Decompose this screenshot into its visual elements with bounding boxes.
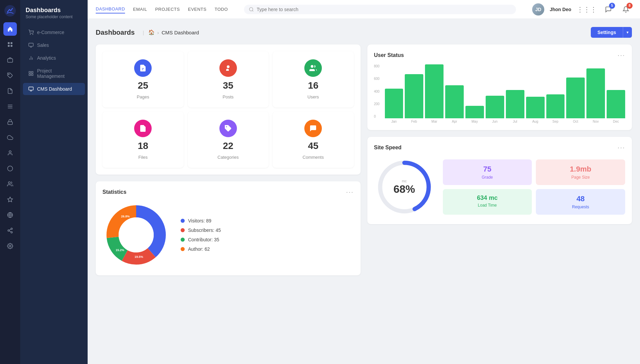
x-label-may: May xyxy=(465,120,484,123)
svg-point-18 xyxy=(8,230,9,232)
svg-rect-25 xyxy=(29,43,33,46)
x-label-jul: Jul xyxy=(506,120,524,123)
sidebar-icon-circle[interactable] xyxy=(3,162,17,175)
site-speed-more-button[interactable]: ··· xyxy=(617,144,625,151)
categories-icon xyxy=(219,120,237,137)
breadcrumb: Dashboards | 🏠 › CMS Dashboard xyxy=(96,29,199,36)
site-speed-content: mc 68% 75 Grade 1.9mb Page Size xyxy=(374,157,626,217)
sidebar-icon-grid[interactable] xyxy=(3,38,17,51)
load-time-value: 634 mc xyxy=(477,194,497,202)
donut-section: 38.5% 26.8% 15.2% 19.5% Visitors: 89 xyxy=(102,201,354,269)
search-box[interactable] xyxy=(244,5,516,14)
svg-line-21 xyxy=(9,229,11,230)
sidebar-icon-users[interactable] xyxy=(3,177,17,191)
svg-point-43 xyxy=(311,65,313,68)
site-speed-title: Site Speed xyxy=(374,145,402,151)
main-area: DASHBOARD EMAIL PROJECTS EVENTS TODO JD … xyxy=(88,0,640,364)
notif-badge: 8 xyxy=(627,3,633,9)
user-status-more-button[interactable]: ··· xyxy=(617,51,625,59)
sidebar-icon-settings-bottom[interactable] xyxy=(3,239,17,253)
bar-col-feb xyxy=(405,74,423,118)
donut-svg: 38.5% 26.8% 15.2% 19.5% xyxy=(102,201,170,269)
sidebar-icon-list[interactable] xyxy=(3,100,17,113)
svg-rect-10 xyxy=(8,122,12,124)
sidebar-icon-file[interactable] xyxy=(3,84,17,98)
y-label-0: 0 xyxy=(374,115,380,118)
donut-label-orange-text: 26.8% xyxy=(121,215,130,218)
sidebar-icon-globe[interactable] xyxy=(3,208,17,222)
legend-dot-contributor xyxy=(181,238,185,242)
legend-label-contributor: Contributor: 35 xyxy=(188,237,219,242)
monitor-icon xyxy=(28,42,34,48)
nav-projects[interactable]: PROJECTS xyxy=(155,5,180,13)
sidebar-item-sales[interactable]: Sales xyxy=(23,39,85,51)
donut-label-blue-text: 38.5% xyxy=(142,225,151,228)
bar-aug xyxy=(526,97,545,118)
sidebar-icon-tag[interactable] xyxy=(3,69,17,82)
statistics-header: Statistics ··· xyxy=(102,188,354,196)
svg-point-22 xyxy=(9,245,11,247)
svg-rect-4 xyxy=(11,45,12,47)
bar-dec xyxy=(607,90,625,118)
bar-feb xyxy=(405,74,423,118)
sidebar-item-analytics[interactable]: Analytics xyxy=(23,52,85,64)
sidebar-icon-cloud[interactable] xyxy=(3,131,17,144)
legend-subscribers: Subscribers: 45 xyxy=(181,228,221,233)
notifications-button[interactable]: 8 xyxy=(620,3,632,16)
y-label-600: 600 xyxy=(374,77,380,81)
donut-center xyxy=(119,217,154,252)
load-time-label: Load Time xyxy=(478,203,497,208)
nav-todo[interactable]: TODO xyxy=(215,5,228,13)
search-icon xyxy=(249,7,254,12)
apps-icon[interactable]: ⋮⋮⋮ xyxy=(577,5,597,13)
chart-legend: Visitors: 89 Subscribers: 45 Contributor… xyxy=(181,218,221,252)
sidebar-item-ecommerce[interactable]: e-Commerce xyxy=(23,26,85,38)
page-size-label: Page Size xyxy=(571,175,590,180)
sidebar-item-cms-dashboard[interactable]: CMS Dashboard xyxy=(23,83,85,95)
metric-requests: 48 Requests xyxy=(536,189,625,215)
statistics-more-button[interactable]: ··· xyxy=(346,188,354,196)
svg-line-39 xyxy=(252,10,253,11)
user-status-card: User Status ··· 800 600 400 200 0 xyxy=(367,44,632,130)
svg-rect-1 xyxy=(8,42,9,44)
bar-chart-container: 800 600 400 200 0 JanFebMarAprMayJunJulA… xyxy=(374,64,626,123)
topnav-right: JD Jhon Deo ⋮⋮⋮ 5 8 xyxy=(532,3,632,16)
app-logo[interactable] xyxy=(3,4,17,18)
requests-label: Requests xyxy=(572,205,589,209)
bar-col-jul xyxy=(506,90,524,118)
nav-email[interactable]: EMAIL xyxy=(133,5,147,13)
pages-count: 25 xyxy=(138,80,148,91)
bar-nov xyxy=(586,68,605,118)
icon-bar xyxy=(0,0,20,364)
legend-dot-author xyxy=(181,247,185,251)
x-label-jun: Jun xyxy=(486,120,504,123)
sidebar-icon-home[interactable] xyxy=(3,22,17,36)
svg-point-42 xyxy=(227,65,230,68)
svg-point-19 xyxy=(11,232,12,233)
breadcrumb-home-icon[interactable]: 🏠 xyxy=(148,29,155,35)
svg-point-24 xyxy=(33,34,33,34)
settings-dropdown-button[interactable]: ▾ xyxy=(623,27,632,38)
site-speed-card: Site Speed ··· xyxy=(367,137,632,224)
statistics-card: Statistics ··· xyxy=(96,181,361,275)
sidebar-icon-lock[interactable] xyxy=(3,115,17,129)
settings-button[interactable]: Settings xyxy=(591,27,623,38)
nav-events[interactable]: EVENTS xyxy=(188,5,207,13)
x-label-dec: Dec xyxy=(607,120,625,123)
sidebar-item-project-management[interactable]: Project Management xyxy=(23,65,85,82)
search-input[interactable] xyxy=(257,7,512,12)
sidebar-icon-briefcase[interactable] xyxy=(3,53,17,67)
legend-contributor: Contributor: 35 xyxy=(181,237,221,242)
messages-button[interactable]: 5 xyxy=(602,3,614,16)
sidebar-title: Dashboards xyxy=(26,7,82,14)
sidebar-icon-share[interactable] xyxy=(3,224,17,237)
donut-chart: 38.5% 26.8% 15.2% 19.5% xyxy=(102,201,170,269)
sidebar-icon-user[interactable] xyxy=(3,146,17,160)
svg-rect-34 xyxy=(31,74,33,75)
bar-jun xyxy=(486,96,504,118)
user-name: Jhon Deo xyxy=(550,7,571,12)
files-icon xyxy=(134,120,152,137)
nav-dashboard[interactable]: DASHBOARD xyxy=(96,5,125,13)
users-icon xyxy=(304,59,322,77)
sidebar-icon-star[interactable] xyxy=(3,193,17,206)
